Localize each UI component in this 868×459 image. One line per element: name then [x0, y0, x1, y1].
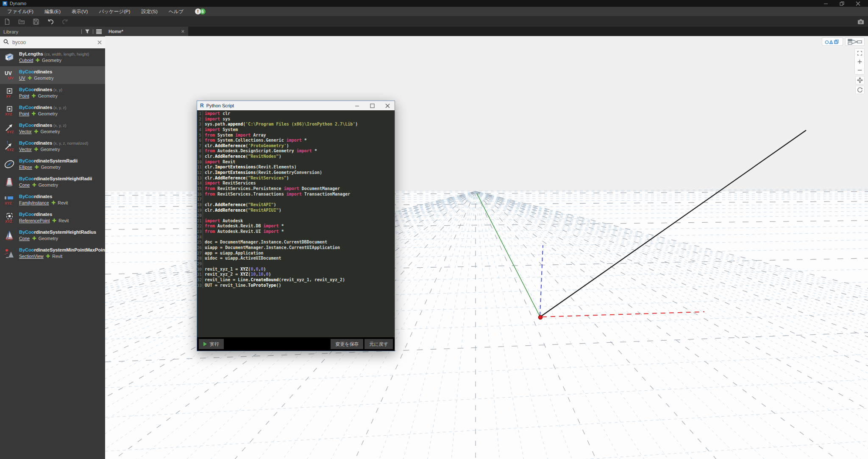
- line-number: 5: [197, 133, 203, 138]
- window-titlebar: R Dynamo: [0, 0, 868, 7]
- line-number: 31: [197, 272, 203, 277]
- library-item[interactable]: !XYZByCoordinates (x, y, z, normalized)V…: [0, 137, 105, 155]
- library-item[interactable]: UVUVByCoordinatesUV ✚ Geometry: [0, 66, 105, 84]
- run-button[interactable]: 実行: [199, 339, 224, 349]
- library-item-subtitle: Vector ✚ Geometry: [19, 146, 88, 152]
- menu-item-edit[interactable]: 編集(E): [39, 7, 66, 16]
- dialog-maximize-button[interactable]: [370, 103, 375, 108]
- code-line: clr.AddReference("RevitNodes"): [203, 154, 281, 160]
- library-item[interactable]: ByCoordinateSystemHeightRadiiCone ✚ Geom…: [0, 173, 105, 191]
- code-line: doc = DocumentManager.Instance.CurrentDB…: [203, 240, 327, 245]
- search-icon: [3, 39, 9, 46]
- tab-close-icon[interactable]: ✕: [181, 29, 185, 34]
- graph-view-button[interactable]: [845, 37, 865, 46]
- cuboid-icon: [3, 51, 15, 63]
- line-number: 21: [197, 218, 203, 224]
- alert-badge[interactable]: !: [195, 8, 201, 14]
- new-file-button[interactable]: [3, 18, 11, 25]
- code-line: sys.path.append('C:\Program Files (x86)\…: [203, 122, 358, 127]
- undo-button[interactable]: [47, 18, 54, 25]
- save-button[interactable]: [32, 18, 40, 25]
- cone-frustum-icon: [3, 176, 15, 188]
- library-item[interactable]: ByLengths (cs, width, length, height)Cub…: [0, 48, 105, 66]
- menu-item-packages[interactable]: パッケージ(P): [93, 7, 136, 16]
- reference-point-icon: XYZ: [3, 212, 15, 224]
- cone-icon: [3, 230, 15, 241]
- library-item-title: ByCoordinates: [19, 212, 69, 217]
- library-item-subtitle: FamilyInstance ✚ Revit: [19, 200, 68, 206]
- orbit-button[interactable]: [855, 86, 865, 94]
- line-number: 17: [197, 197, 203, 202]
- library-item[interactable]: XYZByCoordinates (x, y, z)Vector ✚ Geome…: [0, 120, 105, 137]
- library-item[interactable]: XYByCoordinates (x, y)Point ✚ Geometry: [0, 84, 105, 102]
- window-close-button[interactable]: [855, 1, 860, 6]
- library-item-title: ByCoordinateSystemHeightRadii: [19, 176, 92, 181]
- library-search-bar: [0, 36, 105, 48]
- line-number: 13: [197, 176, 203, 181]
- code-line: uidoc = uiapp.ActiveUIDocument: [203, 256, 281, 261]
- library-item[interactable]: XYZByCoordinatesReferencePoint ✚ Revit: [0, 209, 105, 227]
- svg-text:XYZ: XYZ: [7, 130, 14, 134]
- menu-item-settings[interactable]: 設定(S): [136, 7, 163, 16]
- library-item[interactable]: ByCoordinateSystemRadiiEllipse ✚ Geometr…: [0, 155, 105, 173]
- search-clear-icon[interactable]: [97, 39, 102, 46]
- svg-text:XYZ: XYZ: [5, 201, 12, 205]
- code-line: [203, 197, 205, 202]
- code-line: revit_line = Line.CreateBound(revit_xyz_…: [203, 277, 345, 283]
- line-number: 8: [197, 148, 203, 154]
- library-item-subtitle: Point ✚ Geometry: [19, 93, 62, 99]
- save-changes-button[interactable]: 変更を保存: [331, 339, 363, 349]
- line-number: 11: [197, 165, 203, 170]
- search-input[interactable]: [12, 39, 94, 45]
- pan-button[interactable]: [855, 76, 865, 84]
- line-number: 26: [197, 245, 203, 251]
- revert-button[interactable]: 元に戻す: [364, 339, 393, 349]
- svg-text:XY: XY: [6, 94, 11, 98]
- library-layout-icon[interactable]: [96, 28, 102, 36]
- line-number: 28: [197, 256, 203, 261]
- window-restore-button[interactable]: [839, 1, 844, 6]
- zoom-in-button[interactable]: [855, 57, 864, 66]
- redo-button[interactable]: [61, 18, 69, 25]
- family-instance-icon: XYZ: [3, 194, 15, 206]
- menu-item-file[interactable]: ファイル(F): [2, 7, 39, 16]
- library-item[interactable]: ByCoordinateSystemMinPointMaxPointSectio…: [0, 244, 105, 262]
- origin-point: [539, 316, 542, 319]
- svg-text:!: !: [7, 140, 8, 145]
- line-number: 7: [197, 143, 203, 149]
- dialog-minimize-button[interactable]: [354, 103, 359, 108]
- code-line: import Autodesk: [203, 218, 243, 224]
- library-item-subtitle: Point ✚ Geometry: [19, 111, 66, 117]
- library-item-subtitle: Vector ✚ Geometry: [19, 129, 66, 134]
- code-line: clr.AddReference("RevitAPIUI"): [203, 208, 281, 213]
- line-number: 29: [197, 261, 203, 267]
- zoom-out-button[interactable]: [855, 66, 864, 74]
- window-minimize-button[interactable]: [823, 1, 828, 6]
- python-code-editor[interactable]: 1import clr2import sys3sys.path.append('…: [197, 110, 395, 337]
- python-script-dialog: R Python Script 1import clr2import sys3s…: [197, 101, 395, 351]
- zoom-fit-button[interactable]: [855, 49, 864, 57]
- line-number: 15: [197, 186, 203, 192]
- ellipse-icon: [3, 158, 15, 170]
- menu-item-view[interactable]: 表示(V): [66, 7, 93, 16]
- library-item[interactable]: XYZByCoordinatesFamilyInstance ✚ Revit: [0, 191, 105, 209]
- library-item[interactable]: ByCoordinateSystemHeightRadiusCone ✚ Geo…: [0, 227, 105, 244]
- line-number: 23: [197, 229, 203, 235]
- app-title: Dynamo: [10, 1, 26, 6]
- uv-icon: UVUV: [3, 69, 15, 81]
- tab-home[interactable]: Home* ✕: [105, 27, 188, 36]
- export-image-button[interactable]: [857, 18, 865, 25]
- dialog-close-button[interactable]: [385, 103, 390, 108]
- divider: [81, 29, 82, 34]
- open-file-button[interactable]: [18, 18, 25, 25]
- 3d-preview-canvas[interactable]: R Python Script 1import clr2import sys3s…: [105, 36, 868, 459]
- library-item-title: ByCoordinates: [19, 194, 68, 199]
- library-item[interactable]: XYZByCoordinates (x, y, z)Point ✚ Geomet…: [0, 102, 105, 120]
- line-number: 22: [197, 224, 203, 229]
- library-item-title: ByCoordinates (x, y, z): [19, 123, 66, 128]
- menu-item-help[interactable]: ヘルプ: [163, 7, 189, 16]
- line-number: 3: [197, 122, 203, 127]
- library-filter-icon[interactable]: [85, 28, 90, 36]
- line-number: 14: [197, 181, 203, 186]
- geometry-view-button[interactable]: [822, 37, 843, 46]
